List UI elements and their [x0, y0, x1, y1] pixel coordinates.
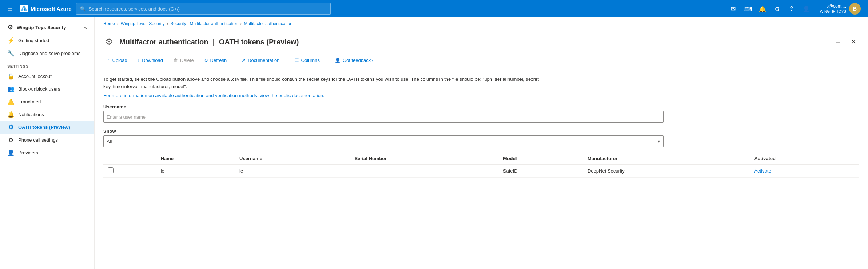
user-menu[interactable]: b@com.... WINGTIP TOYS B — [817, 0, 864, 17]
table-header-row: Name Username Serial Number Model Manufa… — [103, 153, 859, 165]
delete-button[interactable]: 🗑 Delete — [169, 55, 198, 65]
upload-button[interactable]: ↑ Upload — [103, 55, 132, 65]
cloud-shell-icon-btn[interactable]: ⌨ — [741, 2, 754, 15]
content-area: Home › Wingtip Toys | Security › Securit… — [95, 17, 868, 269]
breadcrumb-sep-3: › — [240, 21, 242, 26]
toolbar-sep-2 — [287, 56, 287, 65]
activate-link[interactable]: Activate — [754, 168, 771, 174]
sidebar-header: ⚙ Wingtip Toys Security « — [0, 17, 94, 34]
table-cell-manufacturer: DeepNet Security — [583, 165, 750, 178]
lightning-icon: ⚡ — [7, 37, 15, 44]
bell-icon-btn[interactable]: 🔔 — [756, 2, 769, 15]
app-name: Microsoft Azure — [31, 6, 72, 12]
breadcrumb-mfa[interactable]: Security | Multifactor authentication — [170, 21, 238, 26]
username-label: Username — [103, 104, 859, 110]
global-search[interactable]: 🔍 Search resources, services, and docs (… — [76, 3, 331, 15]
notifications-icon-btn[interactable]: ✉ — [727, 2, 740, 15]
hamburger-menu[interactable]: ☰ — [4, 3, 16, 15]
download-button[interactable]: ↓ Download — [133, 55, 167, 65]
delete-icon: 🗑 — [173, 58, 178, 63]
settings-section-label: Settings — [0, 60, 94, 70]
toolbar: ↑ Upload ↓ Download 🗑 Delete ↻ Refresh ↗… — [95, 52, 868, 68]
page-header: ⚙ Multifactor authentication | OATH toke… — [95, 30, 868, 52]
columns-button[interactable]: ☰ Columns — [290, 55, 324, 65]
breadcrumb-wingtip[interactable]: Wingtip Toys | Security — [121, 21, 165, 26]
download-label: Download — [142, 58, 163, 63]
sidebar-item-fraud-alert[interactable]: ⚠️ Fraud alert — [0, 95, 94, 108]
notifications-icon: 🔔 — [7, 111, 15, 118]
sidebar-item-notifications[interactable]: 🔔 Notifications — [0, 108, 94, 121]
sidebar-item-label: Block/unblock users — [18, 86, 60, 92]
sidebar-item-label: Account lockout — [18, 74, 52, 79]
sidebar: ⚙ Wingtip Toys Security « ⚡ Getting star… — [0, 17, 95, 269]
info-link[interactable]: For more information on available authen… — [103, 93, 324, 98]
content-body: To get started, select the Upload button… — [95, 68, 868, 185]
breadcrumb-home[interactable]: Home — [103, 21, 115, 26]
main-wrapper: ⚙ Wingtip Toys Security « ⚡ Getting star… — [0, 17, 868, 269]
refresh-button[interactable]: ↻ Refresh — [200, 55, 231, 65]
search-icon: 🔍 — [80, 6, 86, 12]
table-col-serial: Serial Number — [350, 153, 498, 165]
sidebar-item-label: OATH tokens (Preview) — [18, 124, 70, 130]
upload-label: Upload — [112, 58, 127, 63]
username-input[interactable] — [103, 111, 664, 123]
feedback-icon: 👤 — [335, 58, 341, 63]
table-cell-username: le — [235, 165, 350, 178]
table-cell-serial — [350, 165, 498, 178]
sidebar-collapse-btn[interactable]: « — [84, 24, 87, 30]
documentation-button[interactable]: ↗ Documentation — [237, 55, 284, 65]
sidebar-item-label: Diagnose and solve problems — [18, 51, 80, 56]
settings-icon-btn[interactable]: ⚙ — [771, 2, 784, 15]
table-col-username: Username — [235, 153, 350, 165]
sidebar-item-block-users[interactable]: 👥 Block/unblock users — [0, 83, 94, 95]
row-checkbox[interactable] — [108, 167, 114, 173]
sidebar-item-diagnose[interactable]: 🔧 Diagnose and solve problems — [0, 47, 94, 60]
table-col-manufacturer: Manufacturer — [583, 153, 750, 165]
sidebar-title: Wingtip Toys Security — [17, 25, 66, 30]
sidebar-item-getting-started[interactable]: ⚡ Getting started — [0, 34, 94, 47]
page-ellipsis-btn[interactable]: ··· — [832, 37, 844, 47]
table-col-checkbox — [103, 153, 156, 165]
breadcrumb-sep-2: › — [167, 21, 168, 26]
refresh-icon: ↻ — [204, 58, 208, 63]
feedback-button[interactable]: 👤 Got feedback? — [330, 55, 378, 65]
table-cell-activated[interactable]: Activate — [750, 165, 859, 178]
page-title-sep: | — [212, 38, 214, 46]
page-close-btn[interactable]: ✕ — [848, 36, 859, 47]
upload-icon: ↑ — [108, 58, 110, 63]
feedback-label: Got feedback? — [343, 58, 374, 63]
table-cell-model: SafeID — [499, 165, 583, 178]
sidebar-item-oath-tokens[interactable]: ⚙ OATH tokens (Preview) — [0, 121, 94, 134]
alert-icon: ⚠️ — [7, 98, 15, 105]
oath-icon: ⚙ — [7, 124, 15, 131]
azure-icon — [20, 5, 28, 12]
download-icon: ↓ — [138, 58, 140, 63]
show-select[interactable]: All Active Inactive — [103, 135, 664, 147]
info-text: To get started, select the Upload button… — [103, 76, 540, 90]
page-title: Multifactor authentication — [119, 38, 208, 46]
block-users-icon: 👥 — [7, 86, 15, 92]
columns-label: Columns — [301, 58, 320, 63]
delete-label: Delete — [180, 58, 194, 63]
sidebar-item-label: Fraud alert — [18, 99, 41, 104]
breadcrumb-current[interactable]: Multifactor authentication — [244, 21, 292, 26]
sidebar-item-phone-call[interactable]: ⚙ Phone call settings — [0, 134, 94, 146]
sidebar-item-account-lockout[interactable]: 🔒 Account lockout — [0, 70, 94, 83]
feedback-icon-btn[interactable]: 👤 — [800, 2, 813, 15]
breadcrumb-sep-1: › — [117, 21, 119, 26]
sidebar-item-providers[interactable]: 👤 Providers — [0, 146, 94, 159]
table-cell-name: le — [156, 165, 235, 178]
topbar: ☰ Microsoft Azure 🔍 Search resources, se… — [0, 0, 868, 17]
sidebar-item-label: Providers — [18, 150, 38, 155]
help-icon-btn[interactable]: ? — [785, 2, 798, 15]
provider-icon: 👤 — [7, 149, 15, 156]
user-org: WINGTIP TOYS — [820, 9, 846, 14]
table-cell-checkbox[interactable] — [103, 165, 156, 178]
topbar-icons: ✉ ⌨ 🔔 ⚙ ? 👤 — [727, 2, 813, 15]
documentation-icon: ↗ — [242, 58, 246, 63]
phone-icon: ⚙ — [7, 137, 15, 143]
table-col-activated: Activated — [750, 153, 859, 165]
columns-icon: ☰ — [295, 58, 299, 63]
show-select-wrapper: All Active Inactive ▾ — [103, 135, 664, 147]
user-info: b@com.... WINGTIP TOYS — [820, 4, 846, 14]
